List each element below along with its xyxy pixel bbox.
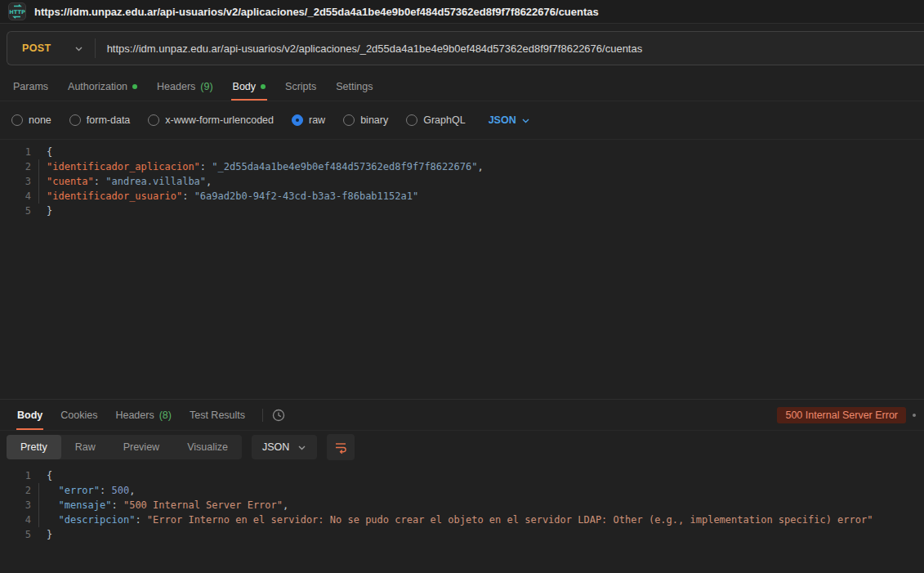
body-type-option-graphql[interactable]: GraphQL xyxy=(406,114,465,126)
code-line: 4"identificador_usuario": "6a9ad2b0-94f2… xyxy=(0,189,924,204)
view-tab-raw[interactable]: Raw xyxy=(61,435,109,459)
view-tab-preview[interactable]: Preview xyxy=(109,435,173,459)
radio-label: binary xyxy=(360,114,388,126)
url-input-container: POST https://idm.unpaz.edu.ar/api-usuari… xyxy=(7,31,924,65)
line-number: 4 xyxy=(0,189,31,204)
more-options-icon[interactable] xyxy=(913,414,916,417)
view-tab-visualize[interactable]: Visualize xyxy=(173,435,242,459)
indent-guide xyxy=(31,527,47,542)
code-text: "error": 500, xyxy=(47,483,924,498)
tab-count: (8) xyxy=(159,410,172,421)
code-text: "cuenta": "andrea.villalba", xyxy=(47,174,924,189)
indent-guide xyxy=(31,468,47,483)
request-tabs: ParamsAuthorizationHeaders(9)BodyScripts… xyxy=(0,73,924,101)
code-line: 1{ xyxy=(0,468,924,483)
code-line: 5} xyxy=(0,204,924,218)
code-text: "mensaje": "500 Internal Server Error", xyxy=(47,498,924,513)
response-body-viewer: 1{2 "error": 500,3 "mensaje": "500 Inter… xyxy=(0,463,924,573)
tab-label: Scripts xyxy=(285,81,316,92)
code-text: { xyxy=(47,145,924,159)
window-tab-bar: HTTP https://idm.unpaz.edu.ar/api-usuari… xyxy=(0,0,924,24)
tab-label: Headers xyxy=(157,81,195,92)
radio-icon xyxy=(148,114,159,126)
indent-guide xyxy=(31,513,47,527)
request-tab-scripts[interactable]: Scripts xyxy=(275,73,326,101)
tab-label: Test Results xyxy=(190,410,245,421)
indent-guide xyxy=(31,159,47,174)
line-number: 2 xyxy=(0,159,31,174)
indent-guide xyxy=(31,483,47,498)
method-selector[interactable]: POST xyxy=(7,43,74,54)
line-number: 3 xyxy=(0,174,31,189)
code-text: } xyxy=(47,204,924,218)
url-field[interactable]: https://idm.unpaz.edu.ar/api-usuarios/v2… xyxy=(96,43,643,55)
request-language-selector[interactable]: JSON xyxy=(489,114,530,126)
status-badge: 500 Internal Server Error xyxy=(777,407,906,423)
radio-label: x-www-form-urlencoded xyxy=(165,114,274,126)
request-tab-headers[interactable]: Headers(9) xyxy=(147,73,223,101)
indent-guide xyxy=(31,174,47,189)
response-tabs-row: BodyCookiesHeaders(8)Test Results 500 In… xyxy=(0,400,924,431)
http-request-icon: HTTP xyxy=(8,2,26,20)
divider xyxy=(262,409,263,422)
view-tab-pretty[interactable]: Pretty xyxy=(7,435,61,459)
request-url-row: POST https://idm.unpaz.edu.ar/api-usuari… xyxy=(0,24,924,73)
response-tab-body[interactable]: Body xyxy=(8,400,51,430)
body-type-option-raw[interactable]: raw xyxy=(292,114,325,126)
line-number: 1 xyxy=(0,145,31,159)
response-section: BodyCookiesHeaders(8)Test Results 500 In… xyxy=(0,399,924,573)
chevron-down-icon[interactable] xyxy=(74,44,83,53)
radio-label: raw xyxy=(309,114,325,126)
body-type-radios: noneform-datax-www-form-urlencodedrawbin… xyxy=(11,114,466,126)
line-number: 5 xyxy=(0,527,31,542)
request-tab-params[interactable]: Params xyxy=(3,73,58,101)
line-number: 2 xyxy=(0,483,31,498)
line-number: 5 xyxy=(0,204,31,218)
language-label: JSON xyxy=(489,114,516,126)
request-tab-title[interactable]: https://idm.unpaz.edu.ar/api-usuarios/v2… xyxy=(34,6,599,18)
line-number: 1 xyxy=(0,468,31,483)
chevron-down-icon xyxy=(521,116,530,125)
body-type-row: noneform-datax-www-form-urlencodedrawbin… xyxy=(0,101,924,140)
request-tab-body[interactable]: Body xyxy=(223,73,276,101)
indent-guide xyxy=(31,498,47,513)
code-text: } xyxy=(47,527,924,542)
radio-icon xyxy=(343,114,355,126)
radio-label: GraphQL xyxy=(423,114,465,126)
radio-icon xyxy=(69,114,81,126)
tab-label: Body xyxy=(233,81,257,92)
response-tab-cookies[interactable]: Cookies xyxy=(51,400,106,430)
code-text: "descripcion": "Error Interno en el serv… xyxy=(47,513,924,527)
body-type-option-binary[interactable]: binary xyxy=(343,114,388,126)
request-tab-authorization[interactable]: Authorization xyxy=(58,73,147,101)
body-type-option-x-www-form-urlencoded[interactable]: x-www-form-urlencoded xyxy=(148,114,274,126)
radio-icon xyxy=(406,114,417,126)
tab-label: Authorization xyxy=(68,81,127,92)
code-text: "identificador_aplicacion": "_2d55da4a1b… xyxy=(47,159,924,174)
tab-label: Body xyxy=(17,410,42,421)
radio-icon xyxy=(11,114,23,126)
history-clock-icon[interactable] xyxy=(271,400,286,430)
code-line: 2 "error": 500, xyxy=(0,483,924,498)
svg-text:HTTP: HTTP xyxy=(9,9,25,16)
response-toolbar: PrettyRawPreviewVisualize JSON xyxy=(0,431,924,463)
code-line: 3 "mensaje": "500 Internal Server Error"… xyxy=(0,498,924,513)
response-tab-test-results[interactable]: Test Results xyxy=(181,400,254,430)
body-type-option-none[interactable]: none xyxy=(11,114,51,126)
body-type-option-form-data[interactable]: form-data xyxy=(69,114,131,126)
response-tab-headers[interactable]: Headers(8) xyxy=(106,400,181,430)
response-language-selector[interactable]: JSON xyxy=(252,435,317,459)
response-tabs: BodyCookiesHeaders(8)Test Results xyxy=(8,400,254,430)
code-line: 3"cuenta": "andrea.villalba", xyxy=(0,174,924,189)
request-tab-settings[interactable]: Settings xyxy=(326,73,382,101)
language-label: JSON xyxy=(262,441,289,453)
green-dot-icon xyxy=(261,84,266,89)
line-number: 4 xyxy=(0,513,31,527)
radio-label: none xyxy=(29,114,51,126)
tab-label: Settings xyxy=(336,81,373,92)
request-body-editor[interactable]: 1{2"identificador_aplicacion": "_2d55da4… xyxy=(0,140,924,399)
code-line: 1{ xyxy=(0,145,924,159)
wrap-lines-button[interactable] xyxy=(327,434,355,460)
code-text: "identificador_usuario": "6a9ad2b0-94f2-… xyxy=(47,189,924,204)
code-line: 2"identificador_aplicacion": "_2d55da4a1… xyxy=(0,159,924,174)
